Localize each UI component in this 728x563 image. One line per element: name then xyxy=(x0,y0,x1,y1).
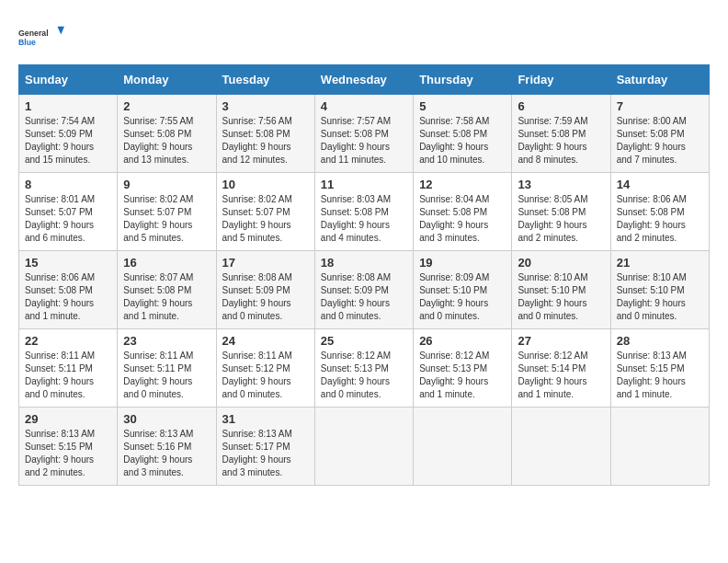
day-number: 20 xyxy=(518,256,604,270)
day-content: Sunrise: 7:59 AM Sunset: 5:08 PM Dayligh… xyxy=(518,115,604,167)
day-content: Sunrise: 8:00 AM Sunset: 5:08 PM Dayligh… xyxy=(617,115,703,167)
day-number: 5 xyxy=(419,99,506,113)
day-content: Sunrise: 7:54 AM Sunset: 5:09 PM Dayligh… xyxy=(25,115,111,167)
day-cell: 24 Sunrise: 8:11 AM Sunset: 5:12 PM Dayl… xyxy=(216,329,314,408)
header-monday: Monday xyxy=(118,65,216,95)
day-cell: 5 Sunrise: 7:58 AM Sunset: 5:08 PM Dayli… xyxy=(414,95,512,173)
day-content: Sunrise: 8:02 AM Sunset: 5:07 PM Dayligh… xyxy=(123,193,210,245)
day-number: 12 xyxy=(419,178,506,191)
day-number: 17 xyxy=(222,256,309,270)
week-row-4: 22 Sunrise: 8:11 AM Sunset: 5:11 PM Dayl… xyxy=(19,329,710,408)
day-content: Sunrise: 7:58 AM Sunset: 5:08 PM Dayligh… xyxy=(419,115,506,167)
day-number: 10 xyxy=(222,178,309,191)
day-cell: 20 Sunrise: 8:10 AM Sunset: 5:10 PM Dayl… xyxy=(512,251,610,329)
day-number: 7 xyxy=(617,99,703,113)
day-number: 26 xyxy=(419,334,506,348)
calendar-table: SundayMondayTuesdayWednesdayThursdayFrid… xyxy=(18,64,710,486)
day-cell: 27 Sunrise: 8:12 AM Sunset: 5:14 PM Dayl… xyxy=(512,329,610,408)
day-cell: 17 Sunrise: 8:08 AM Sunset: 5:09 PM Dayl… xyxy=(216,251,314,329)
week-row-2: 8 Sunrise: 8:01 AM Sunset: 5:07 PM Dayli… xyxy=(19,173,710,251)
header-wednesday: Wednesday xyxy=(314,65,413,95)
day-content: Sunrise: 8:13 AM Sunset: 5:15 PM Dayligh… xyxy=(25,428,111,479)
day-cell: 30 Sunrise: 8:13 AM Sunset: 5:16 PM Dayl… xyxy=(118,408,216,486)
day-content: Sunrise: 8:06 AM Sunset: 5:08 PM Dayligh… xyxy=(617,193,703,245)
day-number: 19 xyxy=(419,256,506,270)
day-content: Sunrise: 8:12 AM Sunset: 5:14 PM Dayligh… xyxy=(518,350,604,401)
day-number: 4 xyxy=(321,99,407,113)
day-content: Sunrise: 8:02 AM Sunset: 5:07 PM Dayligh… xyxy=(222,193,309,245)
day-content: Sunrise: 8:11 AM Sunset: 5:12 PM Dayligh… xyxy=(222,350,309,401)
day-content: Sunrise: 8:08 AM Sunset: 5:09 PM Dayligh… xyxy=(321,271,407,323)
day-cell: 8 Sunrise: 8:01 AM Sunset: 5:07 PM Dayli… xyxy=(19,173,118,251)
day-content: Sunrise: 8:03 AM Sunset: 5:08 PM Dayligh… xyxy=(321,193,407,245)
day-cell: 22 Sunrise: 8:11 AM Sunset: 5:11 PM Dayl… xyxy=(19,329,118,408)
day-number: 23 xyxy=(123,334,210,348)
header-tuesday: Tuesday xyxy=(216,65,314,95)
day-cell: 15 Sunrise: 8:06 AM Sunset: 5:08 PM Dayl… xyxy=(19,251,118,329)
day-number: 2 xyxy=(123,99,210,113)
day-cell xyxy=(610,408,709,486)
day-number: 30 xyxy=(123,412,210,426)
day-cell xyxy=(512,408,610,486)
day-content: Sunrise: 8:10 AM Sunset: 5:10 PM Dayligh… xyxy=(518,271,604,323)
day-cell: 6 Sunrise: 7:59 AM Sunset: 5:08 PM Dayli… xyxy=(512,95,610,173)
day-number: 1 xyxy=(25,99,111,113)
day-number: 27 xyxy=(518,334,604,348)
week-row-3: 15 Sunrise: 8:06 AM Sunset: 5:08 PM Dayl… xyxy=(19,251,710,329)
day-content: Sunrise: 8:06 AM Sunset: 5:08 PM Dayligh… xyxy=(25,271,111,323)
day-cell: 18 Sunrise: 8:08 AM Sunset: 5:09 PM Dayl… xyxy=(314,251,413,329)
day-cell: 9 Sunrise: 8:02 AM Sunset: 5:07 PM Dayli… xyxy=(118,173,216,251)
day-number: 16 xyxy=(123,256,210,270)
header-row: SundayMondayTuesdayWednesdayThursdayFrid… xyxy=(19,65,710,95)
day-cell: 21 Sunrise: 8:10 AM Sunset: 5:10 PM Dayl… xyxy=(610,251,709,329)
day-number: 25 xyxy=(321,334,407,348)
day-cell: 13 Sunrise: 8:05 AM Sunset: 5:08 PM Dayl… xyxy=(512,173,610,251)
day-cell: 25 Sunrise: 8:12 AM Sunset: 5:13 PM Dayl… xyxy=(314,329,413,408)
day-cell: 16 Sunrise: 8:07 AM Sunset: 5:08 PM Dayl… xyxy=(118,251,216,329)
day-number: 13 xyxy=(518,178,604,191)
svg-marker-2 xyxy=(58,27,65,35)
day-cell: 14 Sunrise: 8:06 AM Sunset: 5:08 PM Dayl… xyxy=(610,173,709,251)
day-content: Sunrise: 8:11 AM Sunset: 5:11 PM Dayligh… xyxy=(25,350,111,401)
week-row-1: 1 Sunrise: 7:54 AM Sunset: 5:09 PM Dayli… xyxy=(19,95,710,173)
day-number: 11 xyxy=(321,178,407,191)
day-cell xyxy=(414,408,512,486)
day-number: 3 xyxy=(222,99,309,113)
day-content: Sunrise: 7:55 AM Sunset: 5:08 PM Dayligh… xyxy=(123,115,210,167)
day-cell: 19 Sunrise: 8:09 AM Sunset: 5:10 PM Dayl… xyxy=(414,251,512,329)
day-cell: 11 Sunrise: 8:03 AM Sunset: 5:08 PM Dayl… xyxy=(314,173,413,251)
day-content: Sunrise: 8:11 AM Sunset: 5:11 PM Dayligh… xyxy=(123,350,210,401)
day-number: 31 xyxy=(222,412,309,426)
logo-svg: General Blue xyxy=(18,18,64,55)
day-number: 21 xyxy=(617,256,703,270)
svg-text:Blue: Blue xyxy=(18,38,36,47)
day-content: Sunrise: 8:05 AM Sunset: 5:08 PM Dayligh… xyxy=(518,193,604,245)
day-cell xyxy=(314,408,413,486)
day-content: Sunrise: 8:13 AM Sunset: 5:15 PM Dayligh… xyxy=(617,350,703,401)
day-content: Sunrise: 7:57 AM Sunset: 5:08 PM Dayligh… xyxy=(321,115,407,167)
header-thursday: Thursday xyxy=(414,65,512,95)
day-content: Sunrise: 8:12 AM Sunset: 5:13 PM Dayligh… xyxy=(419,350,506,401)
day-content: Sunrise: 8:08 AM Sunset: 5:09 PM Dayligh… xyxy=(222,271,309,323)
day-cell: 10 Sunrise: 8:02 AM Sunset: 5:07 PM Dayl… xyxy=(216,173,314,251)
day-content: Sunrise: 8:09 AM Sunset: 5:10 PM Dayligh… xyxy=(419,271,506,323)
svg-text:General: General xyxy=(18,29,49,38)
day-number: 28 xyxy=(617,334,703,348)
day-number: 8 xyxy=(25,178,111,191)
day-cell: 23 Sunrise: 8:11 AM Sunset: 5:11 PM Dayl… xyxy=(118,329,216,408)
day-content: Sunrise: 8:13 AM Sunset: 5:16 PM Dayligh… xyxy=(123,428,210,479)
day-number: 14 xyxy=(617,178,703,191)
day-cell: 3 Sunrise: 7:56 AM Sunset: 5:08 PM Dayli… xyxy=(216,95,314,173)
header-saturday: Saturday xyxy=(610,65,709,95)
day-content: Sunrise: 8:04 AM Sunset: 5:08 PM Dayligh… xyxy=(419,193,506,245)
day-cell: 2 Sunrise: 7:55 AM Sunset: 5:08 PM Dayli… xyxy=(118,95,216,173)
day-content: Sunrise: 7:56 AM Sunset: 5:08 PM Dayligh… xyxy=(222,115,309,167)
day-number: 29 xyxy=(25,412,111,426)
day-content: Sunrise: 8:12 AM Sunset: 5:13 PM Dayligh… xyxy=(321,350,407,401)
day-number: 18 xyxy=(321,256,407,270)
header-friday: Friday xyxy=(512,65,610,95)
day-content: Sunrise: 8:10 AM Sunset: 5:10 PM Dayligh… xyxy=(617,271,703,323)
day-number: 24 xyxy=(222,334,309,348)
day-content: Sunrise: 8:01 AM Sunset: 5:07 PM Dayligh… xyxy=(25,193,111,245)
day-cell: 26 Sunrise: 8:12 AM Sunset: 5:13 PM Dayl… xyxy=(414,329,512,408)
